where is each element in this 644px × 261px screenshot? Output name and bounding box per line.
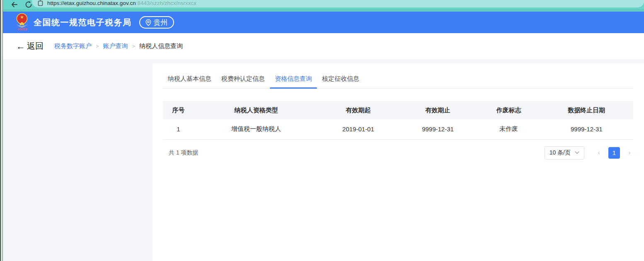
qualification-table: 序号 纳税人资格类型 有效期起 有效期止 作废标志 数据终止日期 1 增值税一般… <box>163 101 633 140</box>
back-arrow-icon: ← <box>16 42 25 51</box>
window-left-edge <box>0 0 3 261</box>
site-header: ★ 中国税务 全国统一规范电子税务局 贵州 <box>3 12 644 33</box>
back-icon[interactable] <box>10 0 19 9</box>
refresh-icon[interactable] <box>24 0 33 9</box>
national-emblem-logo: ★ 中国税务 <box>15 13 29 32</box>
breadcrumb: 税务数字账户 > 账户查询 > 纳税人信息查询 <box>54 42 183 50</box>
column-header-valid-from: 有效期起 <box>318 101 398 119</box>
breadcrumb-item-digital-account[interactable]: 税务数字账户 <box>54 42 92 50</box>
location-selector[interactable]: 贵州 <box>139 16 174 29</box>
chevron-right-icon: > <box>96 43 99 49</box>
page-size-value: 10 条/页 <box>550 149 571 157</box>
address-bar[interactable]: https://etax.guizhou.chinatax.gov.cn:844… <box>32 0 644 7</box>
page-info-icon[interactable] <box>38 0 43 6</box>
content-area: 纳税人基本信息 税费种认定信息 资格信息查询 核定征收信息 序号 纳税人资格类型… <box>3 59 644 261</box>
table-header-row: 序号 纳税人资格类型 有效期起 有效期止 作废标志 数据终止日期 <box>163 101 633 119</box>
breadcrumb-item-account-query[interactable]: 账户查询 <box>103 42 128 50</box>
column-header-void-flag: 作废标志 <box>478 101 540 119</box>
column-header-qualification-type: 纳税人资格类型 <box>194 101 318 119</box>
browser-window: https://etax.guizhou.chinatax.gov.cn:844… <box>0 0 644 261</box>
back-button-label: 返回 <box>27 41 44 52</box>
breadcrumb-item-current: 纳税人信息查询 <box>139 42 183 50</box>
breadcrumb-bar: ← 返回 税务数字账户 > 账户查询 > 纳税人信息查询 <box>3 33 644 59</box>
chevron-right-icon: > <box>132 43 136 49</box>
page-button-1[interactable]: 1 <box>608 147 620 159</box>
column-header-valid-to: 有效期止 <box>398 101 477 119</box>
column-header-seq: 序号 <box>163 101 194 119</box>
location-label: 贵州 <box>154 18 168 27</box>
main-panel: 纳税人基本信息 税费种认定信息 资格信息查询 核定征收信息 序号 纳税人资格类型… <box>153 63 644 261</box>
cell-valid-from: 2019-01-01 <box>318 119 398 139</box>
next-page-button[interactable]: › <box>626 149 633 157</box>
table-footer: 共 1 项数据 10 条/页 ‹ 1 › <box>163 146 633 160</box>
url-text: https://etax.guizhou.chinatax.gov.cn:844… <box>47 0 196 6</box>
tab-qualification-info[interactable]: 资格信息查询 <box>270 69 317 88</box>
tab-assessed-collection-info[interactable]: 核定征收信息 <box>317 69 364 88</box>
cell-seq: 1 <box>163 119 194 139</box>
total-count-text: 共 1 项数据 <box>163 149 199 157</box>
location-pin-icon <box>145 19 151 26</box>
svg-text:★: ★ <box>20 15 24 19</box>
url-path: :8443/szzh/zhcx/nsrxxcx <box>136 0 196 6</box>
cell-qualification-type: 增值税一般纳税人 <box>194 119 318 139</box>
browser-toolbar: https://etax.guizhou.chinatax.gov.cn:844… <box>3 0 644 9</box>
tab-taxpayer-basic-info[interactable]: 纳税人基本信息 <box>163 69 216 88</box>
chevron-down-icon <box>575 151 579 154</box>
previous-page-button[interactable]: ‹ <box>595 149 603 157</box>
tab-bar: 纳税人基本信息 税费种认定信息 资格信息查询 核定征收信息 <box>163 69 633 89</box>
cell-valid-to: 9999-12-31 <box>398 119 477 139</box>
column-header-data-end-date: 数据终止日期 <box>540 101 633 119</box>
back-button[interactable]: ← 返回 <box>16 41 44 52</box>
logo-caption: 中国税务 <box>15 27 29 31</box>
pagination: 10 条/页 ‹ 1 › <box>545 146 633 160</box>
tab-tax-type-confirmation[interactable]: 税费种认定信息 <box>216 69 270 88</box>
cell-void-flag: 未作废 <box>478 119 540 139</box>
page-size-select[interactable]: 10 条/页 <box>545 146 584 160</box>
table-row: 1 增值税一般纳税人 2019-01-01 9999-12-31 未作废 999… <box>163 119 633 139</box>
site-title: 全国统一规范电子税务局 <box>34 17 132 28</box>
url-domain: https://etax.guizhou.chinatax.gov.cn <box>47 0 136 6</box>
cell-data-end-date: 9999-12-31 <box>540 119 633 139</box>
